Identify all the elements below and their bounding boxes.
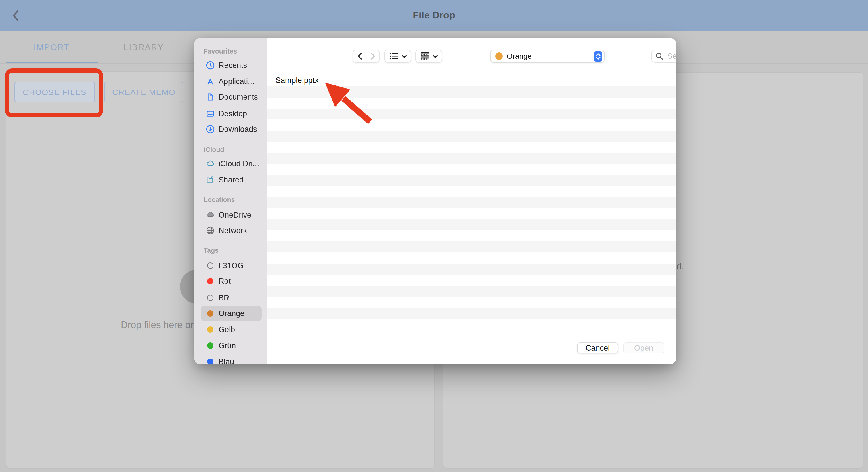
create-memo-button[interactable]: CREATE MEMO	[104, 82, 184, 102]
sidebar-tag-l31og[interactable]: L31OG	[194, 259, 268, 272]
chevron-right-icon	[370, 52, 375, 60]
onedrive-cloud-icon	[205, 210, 215, 219]
nav-back-button[interactable]	[353, 50, 366, 62]
file-open-dialog: Favourites Recents Applicati... Document…	[194, 38, 676, 364]
sidebar-section-tags: Tags	[204, 247, 219, 255]
sidebar-section-favourites: Favourites	[204, 48, 237, 56]
file-list-stripes	[268, 86, 676, 330]
sidebar-item-shared[interactable]: Shared	[194, 173, 268, 186]
nav-forward-button[interactable]	[366, 50, 379, 62]
sidebar-tag-orange[interactable]: Orange	[194, 306, 268, 320]
file-name: Sample.pptx	[276, 76, 319, 85]
dialog-footer: Cancel Open	[268, 330, 676, 364]
tag-dot-yellow	[207, 326, 213, 332]
tab-import[interactable]: IMPORT	[6, 31, 98, 63]
sidebar-item-label: Recents	[219, 61, 247, 69]
nav-segmented-control	[352, 50, 380, 63]
tag-label: Grün	[219, 341, 236, 350]
tab-library[interactable]: LIBRARY	[98, 31, 190, 63]
search-icon	[656, 52, 663, 60]
sidebar-item-desktop[interactable]: Desktop	[194, 107, 268, 120]
sidebar-item-label: Network	[219, 226, 247, 235]
dialog-toolbar: Orange	[268, 38, 676, 74]
tag-label: BR	[219, 293, 229, 302]
search-field[interactable]	[651, 50, 676, 63]
app-header: File Drop	[0, 0, 868, 31]
page: File Drop IMPORT LIBRARY CHOOSE FILES CR…	[0, 0, 868, 472]
clock-icon	[205, 60, 215, 70]
sidebar-item-label: Shared	[219, 175, 244, 184]
active-tab-underline	[6, 62, 98, 63]
page-title: File Drop	[413, 10, 455, 21]
dropzone-hint-text: Drop files here or cli	[121, 320, 205, 330]
tag-label: Blau	[219, 357, 234, 364]
file-row-sample-pptx[interactable]: Sample.pptx	[268, 74, 676, 86]
sidebar-item-label: Applicati...	[219, 77, 254, 86]
view-group-button[interactable]	[415, 50, 442, 63]
download-icon	[205, 124, 215, 134]
library-panel-text-fragment: d.	[677, 261, 684, 272]
tag-dot-outline	[207, 262, 213, 268]
sidebar-section-locations: Locations	[204, 196, 235, 204]
chevron-down-icon	[432, 54, 437, 58]
tag-label: Rot	[219, 276, 231, 285]
view-list-button[interactable]	[384, 50, 411, 63]
app-store-icon	[205, 76, 215, 86]
location-selected-label: Orange	[507, 52, 594, 60]
icloud-cloud-icon	[205, 158, 215, 168]
tag-label: L31OG	[219, 261, 244, 270]
tag-dot-green	[207, 342, 213, 349]
sidebar-section-icloud: iCloud	[204, 146, 224, 154]
cancel-button[interactable]: Cancel	[577, 343, 618, 353]
sidebar-item-applications[interactable]: Applicati...	[194, 74, 268, 88]
sidebar-item-label: Downloads	[219, 125, 257, 133]
sidebar-tag-gelb[interactable]: Gelb	[194, 322, 268, 336]
tag-dot-red	[207, 278, 213, 284]
tag-dot-outline	[207, 294, 213, 301]
sidebar-item-icloud-drive[interactable]: iCloud Dri...	[194, 156, 268, 170]
sidebar-item-label: Documents	[219, 92, 258, 101]
open-button[interactable]: Open	[623, 343, 664, 353]
sidebar-item-label: OneDrive	[219, 210, 251, 219]
group-view-icon	[420, 52, 429, 60]
location-popup-button[interactable]: Orange	[490, 50, 604, 63]
sidebar-item-network[interactable]: Network	[194, 223, 268, 237]
desktop-icon	[205, 109, 215, 118]
globe-icon	[205, 225, 215, 235]
shared-folder-icon	[205, 175, 215, 184]
choose-files-button[interactable]: CHOOSE FILES	[14, 82, 95, 102]
dialog-sidebar: Favourites Recents Applicati... Document…	[194, 38, 268, 364]
list-view-icon	[389, 52, 398, 60]
tag-label: Gelb	[219, 325, 235, 333]
sidebar-item-label: Desktop	[219, 109, 247, 118]
sidebar-tag-blau[interactable]: Blau	[194, 355, 268, 364]
search-input[interactable]	[666, 51, 676, 61]
sidebar-item-downloads[interactable]: Downloads	[194, 122, 268, 136]
sidebar-tag-gruen[interactable]: Grün	[194, 338, 268, 352]
sidebar-item-onedrive[interactable]: OneDrive	[194, 208, 268, 222]
sidebar-item-recents[interactable]: Recents	[194, 58, 268, 72]
chevron-down-icon	[401, 54, 406, 58]
back-chevron-icon[interactable]	[11, 10, 20, 21]
popup-stepper-icon	[594, 51, 602, 61]
tag-label: Orange	[219, 309, 245, 318]
sidebar-item-documents[interactable]: Documents	[194, 90, 268, 104]
location-tag-dot	[495, 52, 503, 60]
document-icon	[205, 92, 215, 101]
tag-dot-blue	[207, 358, 213, 364]
sidebar-tag-rot[interactable]: Rot	[194, 274, 268, 288]
sidebar-tag-br[interactable]: BR	[194, 291, 268, 304]
tag-dot-orange	[207, 310, 213, 316]
chevron-left-icon	[357, 52, 362, 60]
sidebar-item-label: iCloud Dri...	[219, 159, 259, 168]
